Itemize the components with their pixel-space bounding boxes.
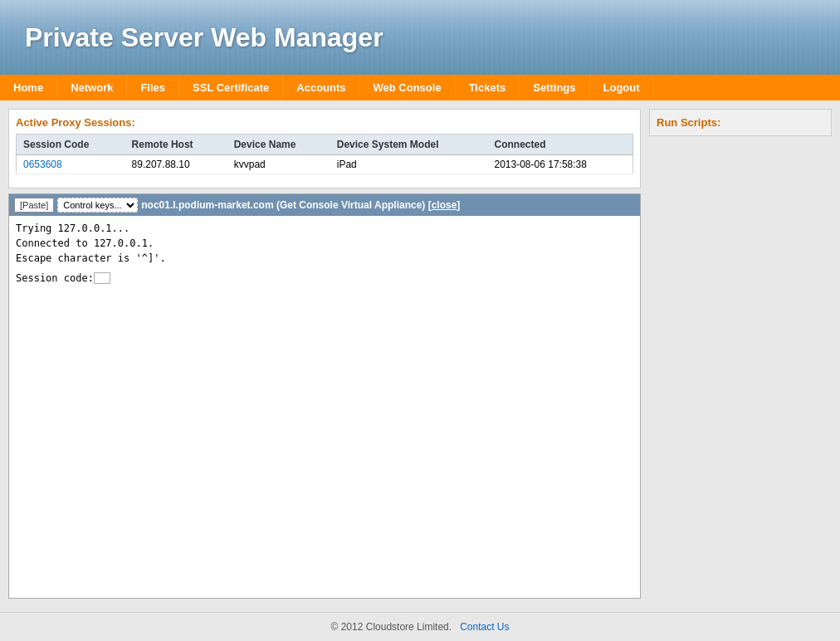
cell-session-code: 0653608 [17, 155, 125, 174]
nav-ssl[interactable]: SSL Certificate [179, 75, 283, 100]
nav-tickets[interactable]: Tickets [456, 75, 520, 100]
cell-device-model: iPad [330, 155, 488, 174]
footer-copyright: © 2012 Cloudstore Limited. [331, 621, 452, 633]
nav-files[interactable]: Files [127, 75, 179, 100]
nav-logout[interactable]: Logout [590, 75, 654, 100]
session-code-label: Session code: [16, 272, 94, 284]
main-nav: Home Network Files SSL Certificate Accou… [0, 75, 840, 100]
footer: © 2012 Cloudstore Limited. Contact Us [0, 612, 840, 641]
nav-home[interactable]: Home [0, 75, 57, 100]
page-header: Private Server Web Manager [0, 0, 840, 75]
run-scripts-title: Run Scripts: [657, 116, 720, 129]
cell-connected: 2013-08-06 17:58:38 [487, 155, 632, 174]
nav-network[interactable]: Network [57, 75, 127, 100]
col-session-code: Session Code [17, 135, 125, 155]
console-line-2: Connected to 127.0.0.1. [16, 236, 633, 251]
table-row: 0653608 89.207.88.10 kvvpad iPad 2013-08… [17, 155, 633, 174]
paste-button[interactable]: [Paste] [14, 198, 54, 213]
nav-webconsole[interactable]: Web Console [360, 75, 456, 100]
main-wrapper: Active Proxy Sessions: Session Code Remo… [0, 100, 840, 607]
session-code-line: Session code: [16, 272, 633, 284]
cell-device-name: kvvpad [227, 155, 330, 174]
run-scripts-box: Run Scripts: [649, 109, 832, 136]
console-body[interactable]: Trying 127.0.0.1... Connected to 127.0.0… [9, 216, 640, 598]
sessions-table: Session Code Remote Host Device Name Dev… [16, 134, 633, 174]
sidebar: Run Scripts: [649, 109, 832, 599]
console-title: noc01.l.podium-market.com (Get Console V… [141, 199, 460, 211]
session-code-link[interactable]: 0653608 [23, 159, 62, 170]
col-connected: Connected [487, 135, 632, 155]
console-line-1: Trying 127.0.0.1... [16, 221, 633, 236]
col-device-model: Device System Model [330, 135, 488, 155]
console-toolbar: [Paste] Control keys... Ctrl+C Ctrl+D Ct… [9, 194, 640, 216]
console-container: [Paste] Control keys... Ctrl+C Ctrl+D Ct… [8, 193, 641, 599]
page-title: Private Server Web Manager [25, 22, 383, 53]
nav-accounts[interactable]: Accounts [283, 75, 359, 100]
cell-remote-host: 89.207.88.10 [125, 155, 227, 174]
proxy-sessions-section: Active Proxy Sessions: Session Code Remo… [8, 109, 641, 188]
footer-contact-link[interactable]: Contact Us [460, 621, 509, 633]
nav-settings[interactable]: Settings [520, 75, 589, 100]
control-keys-select[interactable]: Control keys... Ctrl+C Ctrl+D Ctrl+Z [57, 198, 138, 213]
sessions-title: Active Proxy Sessions: [16, 116, 633, 129]
col-device-name: Device Name [227, 135, 330, 155]
console-line-3: Escape character is '^]'. [16, 251, 633, 266]
session-code-input[interactable] [94, 272, 110, 284]
table-header-row: Session Code Remote Host Device Name Dev… [17, 135, 633, 155]
console-close-link[interactable]: close [432, 199, 457, 211]
main-content: Active Proxy Sessions: Session Code Remo… [8, 109, 641, 599]
col-remote-host: Remote Host [125, 135, 227, 155]
